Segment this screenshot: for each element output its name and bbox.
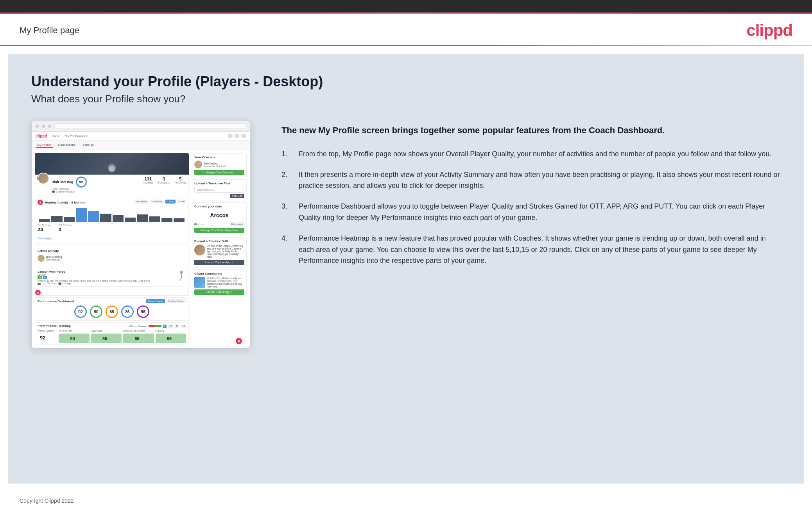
mock-heatmap-5[interactable]: 5	[163, 325, 167, 328]
header-divider	[0, 45, 812, 46]
mock-coach-row: Dan Davies Barnstapile Golf Club	[194, 161, 244, 168]
mock-drill-avatar	[194, 245, 205, 255]
mock-quality-ring: 92	[76, 177, 87, 187]
mock-bar-12	[174, 218, 185, 222]
mock-trackman-add-btn[interactable]: Add Link	[230, 194, 244, 198]
mock-connect-box: Connect your data Arccos Arccos Disconne…	[192, 202, 247, 235]
mock-badge-4: 4	[236, 338, 242, 344]
browser-dot-1	[36, 125, 39, 128]
mock-profile-name: Blair McHarg	[52, 180, 73, 184]
browser-url-bar	[54, 123, 246, 129]
mock-manage-coaches-btn[interactable]: Manage Your Coaches	[194, 170, 244, 175]
mock-bar-7	[113, 215, 124, 222]
mock-profile-area: 1 Blair McHarg 92 Plus Handicap 🇬🇧 Unite…	[32, 150, 250, 348]
mock-activity-summary: 2 Monthly Activity - 6 Months On course …	[35, 198, 189, 243]
mock-search-icon	[228, 134, 233, 138]
mock-all-activities-link[interactable]: All Activities	[38, 237, 52, 240]
mock-heatmap-labels: Player Quality Off the Tee Approach Arou…	[38, 329, 186, 332]
mock-heatmap-arg-cell: 86 ↑	[123, 334, 154, 343]
mock-activity-title-row: 2 Monthly Activity - 6 Months	[38, 200, 85, 205]
mock-heatmap-putt-arrow: ↑	[174, 338, 175, 341]
mock-heatmap-putt-cell: 96 ↑	[156, 334, 186, 343]
top-bar	[0, 0, 812, 12]
mock-heatmap-app-num: 85	[102, 336, 107, 341]
mock-subnav-settings: Settings	[81, 142, 95, 148]
mock-bar-1	[39, 219, 50, 222]
svg-line-2	[179, 278, 181, 281]
mock-perf-header: Performance Dashboard Player Quality Str…	[38, 299, 186, 303]
mock-heatmap-label-putting: Putting	[156, 329, 186, 332]
browser-dot-2	[42, 125, 45, 128]
mock-launch-community-btn[interactable]: Launch Community ↗	[194, 289, 244, 295]
browser-bar	[32, 121, 250, 132]
list-text-4: Performance Heatmap is a new feature tha…	[299, 233, 781, 266]
mock-bar-2	[51, 216, 62, 222]
mock-heatmap-label-overall: Player Quality	[38, 329, 57, 332]
mock-perf-heatmap: Performance Heatmap 5 Round Change: 5 10…	[35, 322, 189, 345]
mock-bar-9	[137, 214, 148, 222]
mock-heatmap-20[interactable]: 20	[181, 325, 186, 328]
mock-coach-name: Dan Davies	[204, 162, 226, 165]
mock-heatmap-label-offtee: Off the Tee	[59, 329, 90, 332]
mock-lesson-badge-att: att	[38, 276, 42, 279]
mock-trackman-btn-row: Add Link	[194, 194, 244, 198]
mock-tab-off-course: Off course	[150, 200, 164, 204]
list-num-2: 2.	[281, 169, 292, 192]
mock-connected-dot	[194, 223, 197, 225]
mock-drill-description: Be one of the Clippd Community and see y…	[207, 245, 244, 258]
mock-stat-followers: 3 Followers	[158, 177, 170, 184]
mock-ring-ott-value: 90	[90, 305, 102, 318]
mock-left-panel: 1 Blair McHarg 92 Plus Handicap 🇬🇧 Unite…	[35, 153, 189, 345]
mock-tab-1mth: 1 Mth	[177, 200, 186, 204]
mock-trackman-input[interactable]: Trackman Link	[194, 187, 244, 193]
svg-point-0	[180, 271, 183, 274]
mock-lesson-badge-off: off	[43, 276, 47, 279]
mock-heatmap-overall-val: 92	[38, 334, 57, 343]
mock-launch-capture-btn[interactable]: Launch Capture App ↗	[194, 260, 244, 265]
mock-heatmap-arg-arrow: ↑	[141, 338, 142, 341]
mock-heatmap-putt-num: 96	[167, 336, 172, 341]
mock-ring-app: 85	[106, 305, 118, 319]
mock-followers-num: 3	[158, 177, 170, 181]
mock-on-course-num: 24	[38, 227, 51, 232]
mock-activities-num: 131	[143, 177, 154, 181]
mock-ring-arg-value: 86	[121, 305, 134, 318]
mock-on-course-stat: On Course 24	[38, 224, 51, 232]
mock-on-course-label: On Course	[38, 224, 51, 227]
mock-followers-label: Followers	[158, 181, 170, 184]
mock-stat-activities: 131 Activities	[143, 177, 154, 184]
mock-manage-integrations-btn[interactable]: Manage Your Data Integrations	[194, 228, 244, 233]
mock-trackman-title: Upload a Trackman Test	[194, 182, 244, 185]
mock-heatmap-10[interactable]: 10	[168, 325, 173, 328]
mock-lesson-meta: 📷 1hr : 30 mins 🎬 1 image	[38, 282, 175, 285]
two-column-layout: clippd Home My Performance My Profile Co…	[31, 121, 781, 348]
mock-lesson-details: Lesson with Fordy Lesson att off Nothing…	[38, 270, 175, 285]
right-text-column: The new My Profile screen brings togethe…	[281, 121, 781, 276]
mock-bar-8	[125, 218, 136, 222]
list-item-3: 3. Performance Dashboard allows you to t…	[281, 201, 781, 223]
screenshot-mockup: clippd Home My Performance My Profile Co…	[31, 121, 250, 348]
footer: Copyright Clippd 2022	[0, 491, 812, 507]
list-num-1: 1.	[281, 148, 292, 160]
mock-activity-avatar	[38, 255, 45, 262]
mock-drill-box: Record a Practice Drill Be one of the Cl…	[192, 237, 247, 268]
mock-lesson-comment: Nothing to feel like my hips are working…	[38, 279, 175, 282]
mock-coaches-title: Your Coaches	[194, 155, 244, 159]
mock-ring-putt: 96	[137, 305, 149, 319]
mock-off-course-label: Off Course	[59, 224, 72, 227]
mock-nav-performance: My Performance	[65, 134, 88, 138]
mock-all-activities-btn[interactable]: All Activities	[38, 234, 186, 241]
mock-right-panel: Your Coaches Dan Davies Barnstapile Golf…	[192, 153, 247, 345]
mock-toggle-player-quality[interactable]: Player Quality	[146, 299, 165, 303]
mock-ring-app-value: 85	[106, 305, 118, 318]
mock-heatmap-app-arrow: ↑	[109, 338, 110, 341]
mock-lesson-row: Lesson with Fordy Lesson att off Nothing…	[38, 269, 186, 287]
mock-toggle-strokes-gained[interactable]: Strokes Gained	[166, 299, 186, 303]
mock-heatmap-ott-num: 90	[70, 336, 75, 341]
mock-heatmap-title: Performance Heatmap	[38, 324, 71, 328]
mock-heatmap-15[interactable]: 15	[175, 325, 180, 328]
list-item-4: 4. Performance Heatmap is a new feature …	[281, 233, 781, 266]
mock-banner	[35, 153, 189, 175]
mock-banner-circle	[109, 166, 115, 172]
mock-disconnect-btn[interactable]: Disconnect	[229, 222, 244, 226]
